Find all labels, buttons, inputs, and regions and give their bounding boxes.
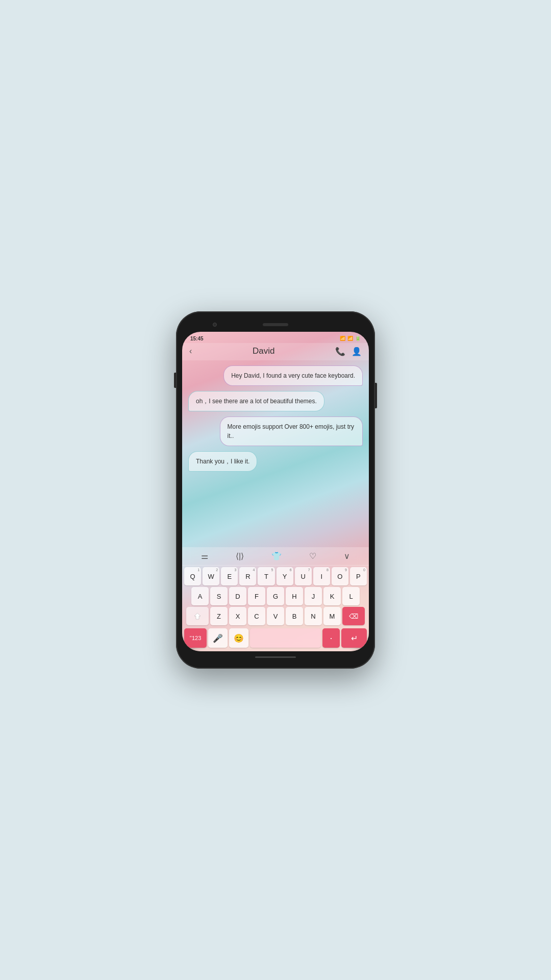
key-z[interactable]: Z xyxy=(210,607,228,625)
key-a[interactable]: A xyxy=(191,587,209,605)
bottom-row: ''123 🎤 😊 · ↵ xyxy=(182,628,369,649)
mic-key[interactable]: 🎤 xyxy=(208,628,228,648)
call-icon[interactable]: 📞 xyxy=(335,347,345,356)
key-y[interactable]: 6Y xyxy=(277,567,293,585)
message-text-2: oh，I see there are a lot of beautiful th… xyxy=(196,398,317,405)
key-j[interactable]: J xyxy=(305,587,322,605)
message-text-3: More emojis support Over 800+ emojis, ju… xyxy=(228,423,354,439)
key-b[interactable]: B xyxy=(286,607,303,625)
key-l[interactable]: L xyxy=(342,587,360,605)
heart-toolbar-button[interactable]: ♡ xyxy=(306,550,319,562)
settings-toolbar-button[interactable]: ⚌ xyxy=(198,550,211,562)
key-row-2: A S D F G H J K L xyxy=(184,587,367,605)
collapse-toolbar-button[interactable]: ∨ xyxy=(341,550,353,562)
key-s[interactable]: S xyxy=(210,587,228,605)
key-u[interactable]: 7U xyxy=(295,567,312,585)
keyboard-rows: 1Q 2W 3E 4R 5T 6Y 7U 8I 9O 0P A S xyxy=(182,566,369,628)
home-indicator xyxy=(255,656,296,658)
key-p[interactable]: 0P xyxy=(350,567,367,585)
contact-name: David xyxy=(253,346,274,356)
key-o[interactable]: 9O xyxy=(332,567,348,585)
status-icons: 📶 📶 🔋 xyxy=(340,336,361,341)
phone-device: 15:45 📶 📶 🔋 ‹ David 📞 👤 Hey D xyxy=(176,311,375,669)
status-time: 15:45 xyxy=(190,336,204,341)
key-f[interactable]: F xyxy=(248,587,265,605)
keyboard-area: ⚌ ⟨|⟩ 👕 ♡ ∨ 1Q 2W 3E 4R 5T 6Y 7U xyxy=(182,547,369,651)
key-v[interactable]: V xyxy=(267,607,284,625)
key-c[interactable]: C xyxy=(248,607,265,625)
key-n[interactable]: N xyxy=(305,607,322,625)
period-key[interactable]: · xyxy=(322,628,340,648)
key-row-3: Z X C V B N M ⌫ xyxy=(184,607,367,625)
key-i[interactable]: 8I xyxy=(313,567,330,585)
numbers-key[interactable]: ''123 xyxy=(184,628,207,648)
key-row-1: 1Q 2W 3E 4R 5T 6Y 7U 8I 9O 0P xyxy=(184,567,367,585)
key-d[interactable]: D xyxy=(229,587,246,605)
header-actions: 📞 👤 xyxy=(335,347,362,356)
profile-icon[interactable]: 👤 xyxy=(352,347,362,356)
emoji-key[interactable]: 😊 xyxy=(229,628,248,648)
phone-bottom-bar xyxy=(182,651,369,663)
keyboard-toolbar: ⚌ ⟨|⟩ 👕 ♡ ∨ xyxy=(182,547,369,566)
space-key[interactable] xyxy=(250,628,321,648)
app-header: ‹ David 📞 👤 xyxy=(182,343,369,360)
key-h[interactable]: H xyxy=(286,587,303,605)
message-text-1: Hey David, I found a very cute face keyb… xyxy=(231,372,355,379)
theme-toolbar-button[interactable]: 👕 xyxy=(268,550,285,562)
message-bubble-3: More emojis support Over 800+ emojis, ju… xyxy=(220,416,363,446)
key-k[interactable]: K xyxy=(323,587,341,605)
key-t[interactable]: 5T xyxy=(258,567,274,585)
cursor-toolbar-button[interactable]: ⟨|⟩ xyxy=(233,550,247,562)
volume-button xyxy=(174,373,176,388)
messages-area: Hey David, I found a very cute face keyb… xyxy=(182,360,369,547)
status-bar: 15:45 📶 📶 🔋 xyxy=(182,332,369,343)
message-bubble-2: oh，I see there are a lot of beautiful th… xyxy=(188,391,324,411)
camera xyxy=(213,323,217,327)
speaker xyxy=(263,323,288,326)
enter-key[interactable]: ↵ xyxy=(341,628,367,648)
key-m[interactable]: M xyxy=(323,607,341,625)
key-x[interactable]: X xyxy=(229,607,246,625)
key-g[interactable]: G xyxy=(267,587,284,605)
message-text-4: Thank you，I like it. xyxy=(196,458,249,465)
back-button[interactable]: ‹ xyxy=(189,347,192,356)
key-q[interactable]: 1Q xyxy=(184,567,201,585)
key-e[interactable]: 3E xyxy=(221,567,238,585)
power-button xyxy=(375,383,377,408)
message-bubble-4: Thank you，I like it. xyxy=(188,451,257,472)
wifi-icon: 📶 xyxy=(340,336,345,341)
phone-screen: 15:45 📶 📶 🔋 ‹ David 📞 👤 Hey D xyxy=(182,332,369,651)
phone-top-bar xyxy=(182,317,369,332)
shift-key[interactable] xyxy=(186,607,209,625)
signal-icon: 📶 xyxy=(347,336,353,341)
key-w[interactable]: 2W xyxy=(203,567,219,585)
backspace-key[interactable]: ⌫ xyxy=(342,607,365,625)
key-r[interactable]: 4R xyxy=(239,567,256,585)
message-bubble-1: Hey David, I found a very cute face keyb… xyxy=(223,365,363,386)
screen-content: 15:45 📶 📶 🔋 ‹ David 📞 👤 Hey D xyxy=(182,332,369,651)
battery-icon: 🔋 xyxy=(355,336,361,341)
